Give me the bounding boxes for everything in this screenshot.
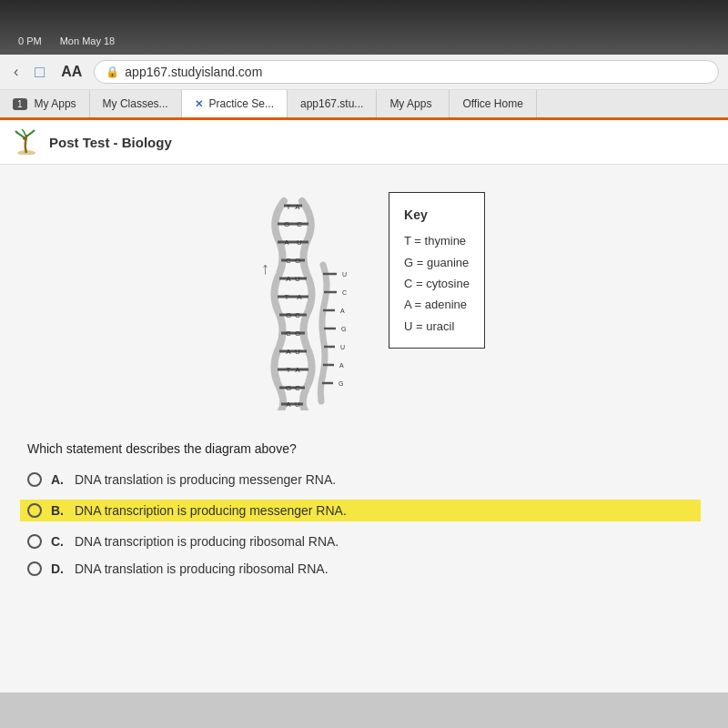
tab-label: My Apps <box>389 97 431 110</box>
url-text: app167.studyisland.com <box>125 65 262 79</box>
lock-icon: 🔒 <box>106 66 119 78</box>
svg-text:G: G <box>295 329 300 338</box>
tab-number: 1 <box>13 98 27 110</box>
svg-text:G: G <box>286 384 291 392</box>
key-entry-2: G = guanine <box>404 252 470 273</box>
svg-text:U: U <box>295 348 300 356</box>
tab-label: app167.stu... <box>300 97 363 110</box>
svg-text:C: C <box>286 329 291 338</box>
camera-bar: 0 PM Mon May 18 <box>0 0 728 55</box>
answer-text-b: DNA transcription is producing messenger… <box>75 503 347 518</box>
answer-label-a: A. <box>51 472 64 487</box>
browser-chrome: ‹ □ AA 🔒 app167.studyisland.com 1 My App… <box>0 55 728 120</box>
answer-option-b[interactable]: B. DNA transcription is producing messen… <box>20 500 701 521</box>
answer-label-b: B. <box>51 503 64 518</box>
radio-d[interactable] <box>27 561 42 576</box>
text-size-button[interactable]: AA <box>56 62 86 82</box>
svg-text:A: A <box>340 308 345 314</box>
page-title: Post Test - Biology <box>49 135 172 150</box>
tab-app167[interactable]: app167.stu... <box>288 90 377 117</box>
svg-text:C: C <box>297 220 302 228</box>
site-logo <box>13 129 40 155</box>
svg-text:U: U <box>342 271 347 278</box>
answer-text-a: DNA translation is producing messenger R… <box>75 472 336 487</box>
reading-mode-button[interactable]: □ <box>30 61 49 84</box>
tab-my-apps-2[interactable]: My Apps <box>377 90 450 117</box>
answer-option-a[interactable]: A. DNA translation is producing messenge… <box>27 472 701 487</box>
svg-text:G: G <box>341 326 346 332</box>
main-content: T A G C A U C G A U T A G C C G A U T A <box>0 165 728 693</box>
svg-text:A: A <box>286 275 291 283</box>
tab-my-apps-1[interactable]: 1 My Apps <box>0 90 90 117</box>
svg-text:C: C <box>295 311 300 319</box>
svg-text:A: A <box>286 400 291 409</box>
tab-practice-se[interactable]: ✕ Practice Se... <box>182 90 288 120</box>
tab-label: My Classes... <box>103 97 168 110</box>
svg-text:G: G <box>339 380 343 387</box>
question-text: Which statement describes the diagram ab… <box>27 441 701 456</box>
browser-toolbar: ‹ □ AA 🔒 app167.studyisland.com <box>0 55 728 90</box>
key-entry-1: T = thymine <box>404 230 470 251</box>
svg-text:A: A <box>295 203 300 211</box>
radio-a[interactable] <box>27 472 42 487</box>
key-box: Key T = thymine G = guanine C = cytosine… <box>389 192 485 349</box>
svg-text:U: U <box>340 344 345 350</box>
tab-favicon-x: ✕ <box>195 98 203 110</box>
svg-text:U: U <box>295 275 300 283</box>
tab-my-classes[interactable]: My Classes... <box>90 90 182 117</box>
svg-point-1 <box>23 136 26 140</box>
svg-text:C: C <box>286 257 291 265</box>
tab-label: My Apps <box>35 97 76 110</box>
tabs-bar: 1 My Apps My Classes... ✕ Practice Se...… <box>0 90 728 120</box>
svg-text:U: U <box>295 400 300 409</box>
page-header: Post Test - Biology <box>0 120 728 165</box>
status-time: 0 PM <box>18 35 42 46</box>
address-bar[interactable]: 🔒 app167.studyisland.com <box>94 60 719 84</box>
key-entry-3: C = cytosine <box>404 273 470 294</box>
svg-text:T: T <box>287 203 291 211</box>
svg-text:A: A <box>286 348 291 356</box>
diagram-area: T A G C A U C G A U T A G C C G A U T A <box>27 183 701 414</box>
answer-label-c: C. <box>51 534 64 549</box>
tab-label: Practice Se... <box>209 97 274 110</box>
svg-text:↑: ↑ <box>261 259 269 278</box>
dna-diagram: T A G C A U C G A U T A G C C G A U T A <box>243 192 361 414</box>
key-title: Key <box>404 204 470 227</box>
svg-text:A: A <box>297 293 302 301</box>
answer-text-d: DNA translation is producing ribosomal R… <box>75 561 329 576</box>
key-entry-4: A = adenine <box>404 294 470 315</box>
answer-text-c: DNA transcription is producing ribosomal… <box>75 534 339 549</box>
svg-text:T: T <box>287 366 291 374</box>
svg-text:T: T <box>285 293 289 301</box>
svg-text:C: C <box>342 289 347 296</box>
answer-option-c[interactable]: C. DNA transcription is producing riboso… <box>27 534 701 549</box>
svg-text:G: G <box>295 257 300 265</box>
tab-office-home[interactable]: Office Home <box>450 90 536 117</box>
radio-c[interactable] <box>27 534 42 549</box>
svg-text:A: A <box>295 366 300 374</box>
radio-b[interactable] <box>27 503 42 518</box>
svg-text:A: A <box>339 362 344 369</box>
key-entry-5: U = uracil <box>404 316 470 337</box>
svg-text:A: A <box>284 238 289 247</box>
answer-label-d: D. <box>51 561 64 576</box>
svg-text:U: U <box>297 238 302 247</box>
svg-text:G: G <box>286 311 291 319</box>
status-date: Mon May 18 <box>60 35 116 46</box>
tab-label: Office Home <box>462 97 522 110</box>
svg-text:C: C <box>295 384 300 392</box>
back-button[interactable]: ‹ <box>9 62 23 82</box>
svg-text:G: G <box>284 220 289 228</box>
answer-option-d[interactable]: D. DNA translation is producing ribosoma… <box>27 561 701 576</box>
